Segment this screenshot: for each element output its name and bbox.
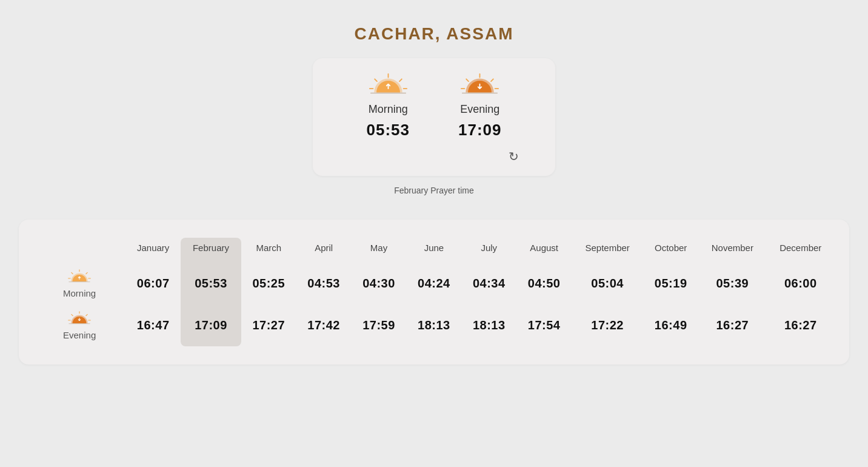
evening-time-september: 17:22 — [572, 304, 643, 346]
morning-time-november: 05:39 — [698, 263, 766, 304]
svg-line-2 — [375, 79, 377, 81]
evening-time-november: 16:27 — [698, 304, 766, 346]
month-header-november: November — [698, 238, 766, 263]
evening-row-label: Evening — [63, 330, 96, 340]
month-header-march: March — [241, 238, 296, 263]
evening-block: Evening 17:09 — [458, 73, 502, 139]
evening-time-june: 18:13 — [406, 304, 461, 346]
month-header-september: September — [572, 238, 643, 263]
month-header-august: August — [516, 238, 572, 263]
evening-row: Evening 16:4717:0917:2717:4217:5918:1318… — [33, 304, 835, 346]
sunset-icon — [460, 73, 499, 98]
svg-line-20 — [72, 314, 73, 315]
page-title: CACHAR, ASSAM — [355, 24, 514, 44]
evening-time-may: 17:59 — [352, 304, 407, 346]
evening-time-july: 18:13 — [461, 304, 516, 346]
svg-line-7 — [491, 79, 493, 81]
evening-time-february: 17:09 — [181, 304, 241, 346]
prayer-subtitle: February Prayer time — [394, 186, 473, 195]
morning-time-october: 05:19 — [643, 263, 698, 304]
month-header-may: May — [352, 238, 407, 263]
prayer-card: Morning 05:53 Evening 17:09 — [313, 58, 555, 176]
evening-time-december: 16:27 — [767, 304, 835, 346]
evening-time: 17:09 — [458, 121, 502, 139]
month-header-june: June — [406, 238, 461, 263]
morning-time-april: 04:53 — [296, 263, 352, 304]
morning-time-january: 06:07 — [125, 263, 181, 304]
evening-time-august: 17:54 — [516, 304, 572, 346]
month-header-october: October — [643, 238, 698, 263]
table-container: JanuaryFebruaryMarchAprilMayJuneJulyAugu… — [19, 220, 849, 365]
evening-time-january: 16:47 — [125, 304, 181, 346]
month-header-december: December — [767, 238, 835, 263]
morning-time: 05:53 — [367, 121, 410, 139]
refresh-button[interactable]: ↻ — [509, 149, 519, 164]
morning-time-february: 05:53 — [181, 263, 241, 304]
morning-time-august: 04:50 — [516, 263, 572, 304]
morning-time-march: 05:25 — [241, 263, 296, 304]
morning-label: Morning — [369, 103, 408, 116]
morning-time-june: 04:24 — [406, 263, 461, 304]
morning-row-label-cell: Morning — [33, 263, 125, 304]
table-header-row: JanuaryFebruaryMarchAprilMayJuneJulyAugu… — [33, 238, 835, 263]
month-header-february: February — [181, 238, 241, 263]
morning-row: Morning 06:0705:5305:2504:5304:3004:2404… — [33, 263, 835, 304]
table-sunrise-icon — [67, 269, 92, 286]
svg-line-8 — [466, 79, 469, 81]
svg-line-14 — [72, 272, 73, 274]
svg-line-1 — [399, 79, 402, 81]
empty-header — [33, 238, 125, 263]
evening-label: Evening — [460, 103, 499, 116]
morning-time-july: 04:34 — [461, 263, 516, 304]
evening-time-april: 17:42 — [296, 304, 352, 346]
morning-block: Morning 05:53 — [367, 73, 410, 139]
prayer-times-row: Morning 05:53 Evening 17:09 — [367, 73, 502, 139]
morning-row-label: Morning — [63, 288, 96, 298]
svg-line-13 — [86, 272, 87, 274]
morning-time-september: 05:04 — [572, 263, 643, 304]
morning-time-december: 06:00 — [767, 263, 835, 304]
sunrise-icon — [369, 73, 408, 98]
evening-row-label-cell: Evening — [33, 304, 125, 346]
prayer-table: JanuaryFebruaryMarchAprilMayJuneJulyAugu… — [33, 238, 835, 346]
morning-time-may: 04:30 — [352, 263, 407, 304]
table-sunset-icon — [67, 311, 92, 328]
svg-line-19 — [86, 314, 87, 315]
month-header-january: January — [125, 238, 181, 263]
evening-time-october: 16:49 — [643, 304, 698, 346]
evening-time-march: 17:27 — [241, 304, 296, 346]
month-header-april: April — [296, 238, 352, 263]
month-header-july: July — [461, 238, 516, 263]
